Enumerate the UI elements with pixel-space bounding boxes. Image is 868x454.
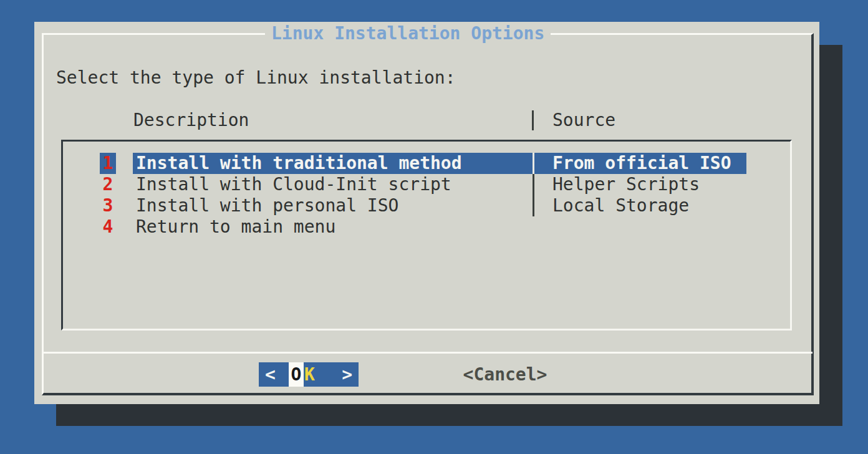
dialog-title: Linux Installation Options xyxy=(265,24,551,44)
description-column-header: Description xyxy=(133,110,249,131)
cancel-button[interactable]: <Cancel> xyxy=(436,362,574,387)
menu-item-source: Helper Scripts xyxy=(552,174,700,195)
button-separator-line xyxy=(42,352,813,354)
menu-item-traditional[interactable]: 1 Install with traditional method From o… xyxy=(63,153,790,174)
menu-box: 1 Install with traditional method From o… xyxy=(61,140,792,331)
menu-item-tag: 3 xyxy=(100,195,116,216)
menu-item-tag: 4 xyxy=(100,216,116,238)
ok-button[interactable]: < O K > xyxy=(259,362,359,387)
menu-item-tag: 1 xyxy=(100,153,116,174)
ok-cursor-letter: O xyxy=(289,362,304,387)
menu-item-source: From official ISO xyxy=(552,153,731,174)
menu-item-description: Install with Cloud-Init script xyxy=(136,174,451,195)
column-separator xyxy=(533,153,534,174)
prompt-text: Select the type of Linux installation: xyxy=(56,67,456,89)
dialog-window: Linux Installation Options Select the ty… xyxy=(34,22,819,404)
column-header-row: Description Source xyxy=(34,110,819,131)
column-separator xyxy=(533,195,534,216)
menu-item-personal-iso[interactable]: 3 Install with personal ISO Local Storag… xyxy=(63,195,790,216)
source-column-header: Source xyxy=(552,110,615,131)
menu-item-source: Local Storage xyxy=(552,195,689,216)
menu-item-tag: 2 xyxy=(100,174,116,195)
menu-item-description: Install with traditional method xyxy=(136,153,462,174)
column-separator xyxy=(532,110,534,130)
ok-right-bracket: > xyxy=(342,362,352,387)
menu-item-description: Install with personal ISO xyxy=(136,195,398,216)
terminal-screen: Linux Installation Options Select the ty… xyxy=(0,0,868,454)
menu-item-return[interactable]: 4 Return to main menu xyxy=(63,216,790,238)
menu-item-cloud-init[interactable]: 2 Install with Cloud-Init script Helper … xyxy=(63,174,790,195)
menu-item-description: Return to main menu xyxy=(136,216,335,238)
ok-hotkey-letter: K xyxy=(304,362,315,387)
column-separator xyxy=(533,174,534,195)
ok-left-bracket: < xyxy=(265,362,276,387)
